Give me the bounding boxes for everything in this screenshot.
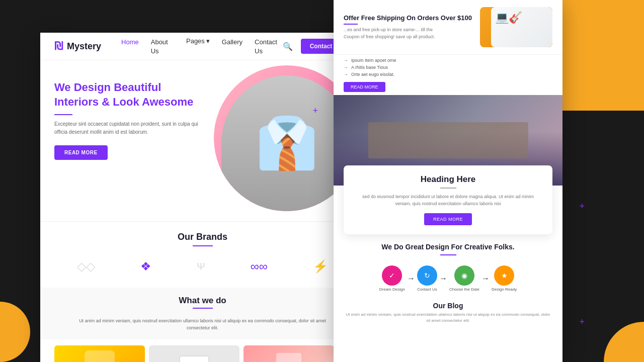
nav-links: Home About Us Pages ▾ Gallery Contact Us xyxy=(121,37,283,55)
deco-plus-2: + xyxy=(579,201,585,212)
brand-logo-2: ❖ xyxy=(140,259,151,274)
step-arrow-2: → xyxy=(439,274,447,283)
nav-link-home[interactable]: Home xyxy=(121,38,139,46)
checklist-item-1: → Ipsum Item apoet ome xyxy=(344,58,552,63)
great-design-section: We Do Great Design For Creative Folks. xyxy=(334,234,562,265)
step-arrow-1: → xyxy=(407,274,415,283)
hero-description: Excepteur sint occaecat cupidatat non pr… xyxy=(54,120,205,136)
chevron-down-icon: ▾ xyxy=(206,37,210,45)
great-design-title: We Do Great Design For Creative Folks. xyxy=(344,242,552,251)
hero-heading-highlight: Beautiful xyxy=(114,81,161,94)
arrow-icon-2: → xyxy=(344,65,348,70)
navbar: ₪ Mystery Home About Us Pages ▾ Gallery … xyxy=(40,33,365,60)
website-frame-right: Offer Free Shipping On Orders Over $100 … xyxy=(334,0,562,362)
office-icon: 💻🎸 xyxy=(491,7,552,28)
step-choose-date: ◉ xyxy=(454,265,474,286)
card-3-image xyxy=(276,353,301,362)
person-icon: 👔 xyxy=(256,114,318,173)
hero-heading-line2: Interiors & Look Awesome xyxy=(54,96,193,108)
step-2-wrapper: ↻ Contact Us xyxy=(417,265,437,292)
hero-heading: We Design Beautiful Interiors & Look Awe… xyxy=(54,80,205,109)
brands-title: Our Brands xyxy=(54,232,351,242)
banner-description: ...es and free pick-up in store same-...… xyxy=(344,27,444,40)
checklist-label-1: Ipsum Item apoet ome xyxy=(351,58,396,63)
banner-text: Offer Free Shipping On Orders Over $100 … xyxy=(344,14,472,40)
bg-decoration-right xyxy=(604,322,644,362)
what-we-do-description: Ut anim ad minim veniam, quis nostrud ex… xyxy=(77,318,329,331)
card-1 xyxy=(54,345,145,362)
checklist-section: → Ipsum Item apoet ome → A rhitis base T… xyxy=(334,55,562,95)
checklist-button[interactable]: READ MORE xyxy=(344,82,385,92)
deco-plus-3: + xyxy=(579,317,585,327)
step-2-label: Contact Us xyxy=(417,287,437,292)
logo-text: Mystery xyxy=(67,41,101,52)
step-3-wrapper: ◉ Choose the Date xyxy=(449,265,479,292)
brands-section: Our Brands ◇◇ ❖ Ψ ∞∞ ⚡ xyxy=(40,221,365,288)
hero-divider xyxy=(54,114,72,115)
card-2-image: 🖼️ xyxy=(179,355,209,362)
deco-plus-1: + xyxy=(312,106,318,116)
step-design-ready: ★ xyxy=(494,265,514,286)
nav-link-about[interactable]: About Us xyxy=(151,38,168,55)
table-shape xyxy=(368,122,528,158)
heading-card-button[interactable]: READ MORE xyxy=(424,213,472,225)
brand-logo-4: ∞∞ xyxy=(251,259,268,274)
arrow-icon-1: → xyxy=(344,58,348,63)
brand-logo-1: ◇◇ xyxy=(77,259,95,274)
hero-text: We Design Beautiful Interiors & Look Awe… xyxy=(54,75,205,221)
card-3 xyxy=(244,345,334,362)
banner-office-inner: 💻🎸 xyxy=(491,7,552,47)
card-1-image xyxy=(85,350,115,362)
blog-title: Our Blog xyxy=(344,302,552,310)
heading-card: Heading Here sed do eiusmod tempor incid… xyxy=(344,165,552,234)
cards-row: 🖼️ xyxy=(40,339,365,362)
card-2: 🖼️ xyxy=(149,345,239,362)
brand-logo-5: ⚡ xyxy=(313,259,328,274)
brands-divider xyxy=(193,245,213,246)
right-banner: Offer Free Shipping On Orders Over $100 … xyxy=(334,0,562,55)
process-steps: ✓ Dream Design → ↻ Contact Us → ◉ Choose… xyxy=(334,265,562,298)
hero-person-silhouette: 👔 xyxy=(221,75,352,211)
checklist-label-3: Orte aet eugo eisolat. xyxy=(351,72,394,77)
nav-logo: ₪ Mystery xyxy=(54,40,101,53)
checklist-item-3: → Orte aet eugo eisolat. xyxy=(344,72,552,77)
brand-logos-row: ◇◇ ❖ Ψ ∞∞ ⚡ xyxy=(54,255,351,278)
checklist-item-2: → A rhitis base Tious xyxy=(344,65,552,70)
step-1-wrapper: ✓ Dream Design xyxy=(379,265,405,292)
what-we-do-title: What we do xyxy=(54,296,351,306)
step-1-label: Dream Design xyxy=(379,287,405,292)
heading-card-divider xyxy=(440,188,456,189)
nav-link-gallery[interactable]: Gallery xyxy=(222,38,243,46)
banner-heading: Offer Free Shipping On Orders Over $100 xyxy=(344,14,472,22)
hero-section: We Design Beautiful Interiors & Look Awe… xyxy=(40,60,365,221)
what-we-do-section: What we do Ut anim ad minim veniam, quis… xyxy=(40,288,365,339)
banner-divider xyxy=(344,24,358,25)
banner-office-image: 💻🎸 xyxy=(480,7,552,47)
bg-decoration-bottom xyxy=(0,302,30,362)
nav-link-contact[interactable]: Contact Us xyxy=(255,38,277,55)
blog-description: Ut enim ad minim veniam, quis nostrud ex… xyxy=(344,312,552,324)
hero-heading-normal: We Design xyxy=(54,81,114,94)
our-blog-section: Our Blog Ut enim ad minim veniam, quis n… xyxy=(334,298,562,328)
step-arrow-3: → xyxy=(481,274,490,283)
logo-icon: ₪ xyxy=(54,40,63,53)
arrow-icon-3: → xyxy=(344,72,348,77)
nav-link-pages[interactable]: Pages ▾ xyxy=(186,37,210,45)
heading-card-description: sed do eiusmod tempor incididunt ut labo… xyxy=(354,194,542,207)
checklist-label-2: A rhitis base Tious xyxy=(351,65,388,70)
website-frame-left: ₪ Mystery Home About Us Pages ▾ Gallery … xyxy=(40,33,365,362)
search-icon[interactable]: 🔍 xyxy=(283,42,293,51)
what-we-do-divider xyxy=(193,308,213,309)
step-4-label: Design Ready xyxy=(492,287,517,292)
step-contact-us: ↻ xyxy=(417,265,437,286)
step-dream-design: ✓ xyxy=(382,265,402,286)
heading-card-title: Heading Here xyxy=(354,174,542,185)
hero-read-more-button[interactable]: READ MORE xyxy=(54,145,108,160)
great-design-divider xyxy=(440,254,456,255)
brand-logo-3: Ψ xyxy=(197,261,205,273)
step-4-wrapper: ★ Design Ready xyxy=(492,265,517,292)
step-3-label: Choose the Date xyxy=(449,287,479,292)
